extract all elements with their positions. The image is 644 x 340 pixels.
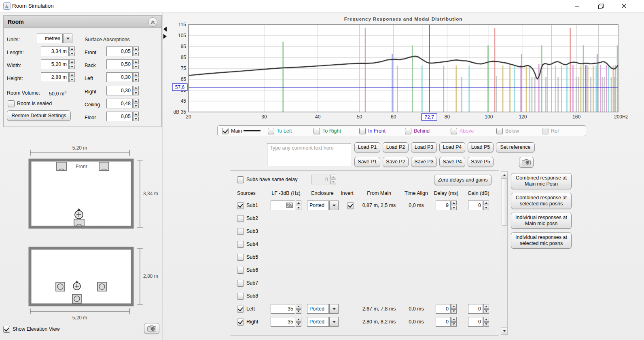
gain-spinner-sub1-down-icon[interactable] xyxy=(483,206,489,211)
lf-spinner-right-value[interactable]: 35 xyxy=(271,317,295,327)
lf-spinner-left-down-icon[interactable] xyxy=(296,309,301,314)
absorption-front-up-icon[interactable] xyxy=(133,46,139,51)
delay-spinner-left-buttons[interactable] xyxy=(451,304,457,314)
gain-spinner-sub1-buttons[interactable] xyxy=(483,201,489,210)
length-spinner[interactable]: 3,34 m xyxy=(41,46,75,56)
legend-checkbox-main[interactable] xyxy=(222,128,229,134)
width-down-icon[interactable] xyxy=(69,65,75,70)
legend-item-above[interactable]: Above xyxy=(451,128,496,134)
restore-defaults-button[interactable]: Restore Default Settings xyxy=(7,110,71,121)
absorption-floor[interactable]: 0,05 xyxy=(106,112,139,121)
lf-spinner-sub1-down-icon[interactable] xyxy=(296,206,301,211)
gain-spinner-right[interactable]: 0 xyxy=(468,317,489,327)
absorption-front-buttons[interactable] xyxy=(133,46,139,56)
legend-checkbox-to-left[interactable] xyxy=(268,128,274,134)
lf-spinner-right-up-icon[interactable] xyxy=(296,317,301,322)
gain-spinner-left-value[interactable]: 0 xyxy=(468,304,483,314)
absorption-back-up-icon[interactable] xyxy=(133,59,139,64)
width-spinner[interactable]: 5,20 m xyxy=(41,59,75,69)
units-dropdown-icon[interactable] xyxy=(63,34,72,43)
minimize-button[interactable] xyxy=(568,0,587,12)
restore-button[interactable] xyxy=(591,0,610,12)
absorption-back-value[interactable]: 0,50 xyxy=(106,59,133,69)
source-checkbox-right[interactable] xyxy=(237,319,244,325)
source-checkbox-sub6[interactable] xyxy=(237,267,244,274)
delay-spinner-left[interactable]: 0 xyxy=(436,304,457,314)
absorption-floor-up-icon[interactable] xyxy=(133,112,139,116)
gain-spinner-left[interactable]: 0 xyxy=(468,304,489,314)
legend-item-below[interactable]: Below xyxy=(496,128,542,134)
absorption-ceiling-up-icon[interactable] xyxy=(133,99,139,103)
lf-spinner-sub1-up-icon[interactable] xyxy=(296,201,301,205)
scroll-up-icon[interactable] xyxy=(501,172,507,179)
combined-response-selected-mics-button[interactable]: Combined response at selected mic posns xyxy=(511,193,572,209)
scrollbar-thumb[interactable] xyxy=(502,179,508,226)
plan-right-speaker-icon[interactable] xyxy=(99,162,109,171)
enclosure-select-sub1-dropdown-icon[interactable] xyxy=(329,201,339,210)
source-checkbox-sub7[interactable] xyxy=(237,280,244,287)
delay-spinner-right-down-icon[interactable] xyxy=(451,322,457,327)
absorption-back[interactable]: 0,50 xyxy=(106,59,139,69)
absorption-left-down-icon[interactable] xyxy=(133,78,139,82)
splitter-toggle[interactable] xyxy=(163,27,167,39)
sources-scrollbar[interactable] xyxy=(501,171,508,335)
elevation-subwoofer-icon[interactable] xyxy=(72,294,81,303)
absorption-ceiling-value[interactable]: 0,48 xyxy=(106,99,133,108)
expand-right-icon[interactable] xyxy=(163,34,167,39)
lf-spinner-sub1-value[interactable]: 27 xyxy=(271,201,295,210)
legend-item-ref[interactable]: Ref xyxy=(542,128,588,134)
legend-item-behind[interactable]: Behind xyxy=(405,128,451,134)
show-elevation-checkbox[interactable] xyxy=(3,326,10,333)
delay-spinner-sub1-buttons[interactable] xyxy=(451,201,457,210)
diagram-snapshot-button[interactable] xyxy=(144,323,159,334)
delay-spinner-sub1-value[interactable]: 9 xyxy=(436,201,451,210)
delay-spinner-sub1[interactable]: 9 xyxy=(436,201,457,210)
width-value[interactable]: 5,20 m xyxy=(41,59,69,69)
width-up-icon[interactable] xyxy=(69,59,75,64)
scroll-down-icon[interactable] xyxy=(501,327,507,334)
lf-spinner-left-value[interactable]: 35 xyxy=(271,304,295,314)
zero-delays-gains-button[interactable]: Zero delays and gains xyxy=(434,175,491,185)
lf-spinner-sub1-buttons[interactable] xyxy=(296,201,301,210)
lf-spinner-sub1[interactable]: 27 xyxy=(271,201,301,210)
lf-spinner-right-buttons[interactable] xyxy=(296,317,301,327)
source-checkbox-sub1[interactable] xyxy=(237,202,244,209)
gain-spinner-sub1-value[interactable]: 0 xyxy=(468,201,483,210)
chart-snapshot-button[interactable] xyxy=(519,157,534,168)
absorption-floor-buttons[interactable] xyxy=(133,112,139,121)
load-p4-button[interactable]: Load P4 xyxy=(439,142,465,152)
delay-spinner-sub1-down-icon[interactable] xyxy=(451,206,457,211)
legend-checkbox-to-right[interactable] xyxy=(314,128,320,134)
individual-responses-selected-mics-button[interactable]: Individual responses at selected mic pos… xyxy=(511,232,572,249)
height-up-icon[interactable] xyxy=(69,72,75,77)
absorption-ceiling-buttons[interactable] xyxy=(133,99,139,108)
absorption-left[interactable]: 0,30 xyxy=(106,72,139,82)
delay-spinner-sub1-up-icon[interactable] xyxy=(451,201,457,205)
lf-spinner-right-down-icon[interactable] xyxy=(296,322,301,327)
height-spinner[interactable]: 2,88 m xyxy=(41,72,75,82)
absorption-ceiling[interactable]: 0,48 xyxy=(106,99,139,108)
delay-spinner-right-buttons[interactable] xyxy=(451,317,457,327)
individual-responses-main-mic-button[interactable]: Individual responses at Main mic posn xyxy=(511,213,572,229)
source-checkbox-sub5[interactable] xyxy=(237,254,244,261)
length-value[interactable]: 3,34 m xyxy=(41,46,69,56)
gain-spinner-right-buttons[interactable] xyxy=(483,317,489,327)
absorption-floor-down-icon[interactable] xyxy=(133,117,139,122)
absorption-front-value[interactable]: 0,05 xyxy=(106,46,133,56)
source-checkbox-sub4[interactable] xyxy=(237,241,244,248)
source-checkbox-sub3[interactable] xyxy=(237,228,244,235)
plan-left-speaker-icon[interactable] xyxy=(57,162,66,171)
load-p1-button[interactable]: Load P1 xyxy=(354,142,380,152)
legend-checkbox-above[interactable] xyxy=(451,128,457,134)
gain-spinner-right-value[interactable]: 0 xyxy=(468,317,483,327)
load-p2-button[interactable]: Load P2 xyxy=(383,142,409,152)
elevation-left-speaker-icon[interactable] xyxy=(56,282,65,291)
gain-spinner-left-up-icon[interactable] xyxy=(483,304,489,309)
delay-spinner-left-down-icon[interactable] xyxy=(451,309,457,314)
gain-spinner-left-down-icon[interactable] xyxy=(483,309,489,314)
absorption-back-down-icon[interactable] xyxy=(133,65,139,70)
enclosure-select-right-dropdown-icon[interactable] xyxy=(329,317,339,327)
plan-subwoofer-icon[interactable] xyxy=(74,219,84,226)
absorption-left-buttons[interactable] xyxy=(133,72,139,82)
subs-same-delay-checkbox[interactable] xyxy=(237,176,244,183)
